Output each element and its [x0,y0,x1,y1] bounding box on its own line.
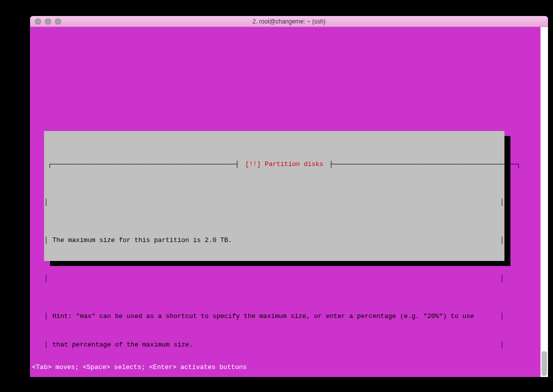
dialog-text: The maximum size for this partition is 2… [53,236,232,244]
box-border: ├───────────────────────────────────────… [325,160,524,169]
dialog-hint: that percentage of the maximum size. [53,341,193,348]
zoom-icon[interactable] [55,18,61,24]
dialog-title: Partition disks [263,160,325,169]
scrollbar[interactable] [540,27,548,377]
terminal-viewport: ┌───────────────────────────────────────… [30,27,548,377]
dialog-hint: Hint: "max" can be used as a shortcut to… [53,312,474,320]
terminal-content: ┌───────────────────────────────────────… [30,27,540,377]
scrollbar-thumb[interactable] [541,351,547,376]
close-icon[interactable] [35,18,41,24]
dialog-marker: [!!] [243,160,263,169]
titlebar[interactable]: 2. root@changeme: ~ (ssh) [30,16,548,27]
terminal-window: 2. root@changeme: ~ (ssh) ┌─────────────… [30,16,548,377]
window-title: 2. root@changeme: ~ (ssh) [30,18,548,25]
minimize-icon[interactable] [45,18,51,24]
help-bar: <Tab> moves; <Space> selects; <Enter> ac… [30,364,247,371]
box-border: ┌───────────────────────────────────────… [44,160,243,169]
partition-dialog: ┌───────────────────────────────────────… [44,131,504,261]
traffic-lights [30,18,61,24]
